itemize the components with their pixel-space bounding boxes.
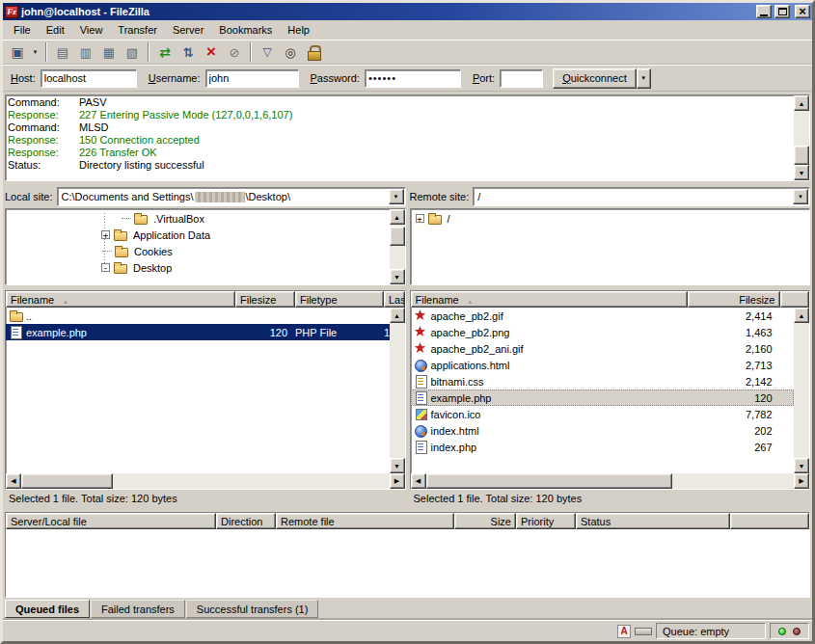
column-header-filename[interactable]: Filename	[411, 291, 688, 308]
remote-site-combobox[interactable]: /	[473, 187, 810, 206]
username-input[interactable]	[205, 69, 299, 88]
table-row[interactable]: favicon.ico 7,782	[411, 406, 795, 422]
scroll-up-icon[interactable]	[794, 308, 809, 323]
process-queue-button[interactable]	[177, 41, 200, 63]
remote-list-scrollbar[interactable]	[794, 308, 809, 473]
quickconnect-button[interactable]: Quickconnect	[553, 68, 637, 89]
menu-view[interactable]: View	[72, 22, 111, 38]
scrollbar-thumb[interactable]	[390, 227, 405, 246]
host-input[interactable]	[41, 69, 137, 88]
tree-item[interactable]: -Desktop	[7, 259, 389, 276]
combo-arrow-icon[interactable]	[389, 189, 404, 204]
quickconnect-dropdown[interactable]	[637, 68, 651, 89]
remote-list-hscrollbar[interactable]	[411, 473, 810, 489]
local-list-hscrollbar[interactable]	[6, 473, 405, 489]
column-header-filesize[interactable]: Filesize	[235, 291, 295, 308]
scrollbar-track[interactable]	[390, 225, 405, 269]
local-tree-scrollbar[interactable]	[390, 209, 405, 284]
menu-bookmarks[interactable]: Bookmarks	[211, 22, 280, 38]
scroll-down-icon[interactable]	[390, 458, 405, 473]
column-header-status[interactable]: Status	[576, 513, 730, 529]
table-row[interactable]: apache_pb2.gif 2,414	[411, 308, 795, 324]
column-header-filesize[interactable]: Filesize	[688, 291, 780, 308]
scroll-right-icon[interactable]	[390, 473, 405, 489]
menu-file[interactable]: File	[6, 22, 39, 38]
scroll-down-icon[interactable]	[794, 165, 809, 180]
scrollbar-track[interactable]	[426, 473, 795, 489]
tree-item[interactable]: .VirtualBox	[7, 210, 389, 227]
scroll-up-icon[interactable]	[390, 209, 405, 225]
scrollbar-thumb[interactable]	[794, 146, 809, 165]
menu-transfer[interactable]: Transfer	[110, 22, 165, 38]
image-file-icon	[414, 309, 428, 322]
keypad-icon[interactable]	[635, 625, 652, 638]
site-manager-dropdown[interactable]	[29, 41, 41, 63]
refresh-button[interactable]	[153, 41, 177, 63]
scrollbar-track[interactable]	[794, 323, 809, 458]
scroll-down-icon[interactable]	[794, 458, 809, 473]
column-header-filename[interactable]: Filename	[6, 291, 235, 308]
menu-help[interactable]: Help	[280, 22, 317, 38]
scrollbar-track[interactable]	[390, 323, 405, 458]
tree-item[interactable]: Cookies	[7, 243, 389, 259]
table-row[interactable]: example.php 120	[411, 389, 795, 406]
close-button[interactable]	[795, 5, 810, 18]
scroll-down-icon[interactable]	[390, 269, 405, 284]
menu-edit[interactable]: Edit	[39, 22, 72, 38]
local-site-combobox[interactable]: C:\Documents and Settings\\Desktop\	[57, 187, 406, 206]
scroll-left-icon[interactable]	[411, 473, 426, 489]
password-input[interactable]	[365, 69, 461, 88]
table-row[interactable]: example.php 120 PHP File 1	[6, 324, 390, 340]
column-header-filetype[interactable]: Filetype	[295, 291, 384, 308]
tab-successful-transfers[interactable]: Successful transfers (1)	[186, 600, 319, 618]
tree-expander[interactable]: -	[101, 263, 110, 272]
tab-failed-transfers[interactable]: Failed transfers	[91, 600, 185, 618]
table-row[interactable]: index.html 202	[411, 422, 795, 439]
column-header-priority[interactable]: Priority	[516, 513, 576, 529]
scroll-up-icon[interactable]	[390, 308, 405, 323]
scroll-right-icon[interactable]	[794, 473, 809, 489]
tree-item[interactable]: +/	[412, 210, 809, 227]
message-log-toggle-button[interactable]	[51, 41, 74, 63]
disconnect-button[interactable]	[223, 41, 246, 63]
table-row[interactable]: applications.html 2,713	[411, 357, 795, 373]
local-tree-toggle-button[interactable]	[74, 41, 97, 63]
site-manager-button[interactable]	[6, 41, 29, 63]
lock-button[interactable]	[302, 41, 325, 63]
filter-button[interactable]	[256, 41, 279, 63]
table-row[interactable]: ..	[6, 308, 390, 324]
file-search-button[interactable]	[279, 41, 302, 63]
table-row[interactable]: apache_pb2.png 1,463	[411, 324, 795, 340]
tab-queued-files[interactable]: Queued files	[5, 600, 90, 618]
local-list-scrollbar[interactable]	[390, 308, 405, 473]
ascii-indicator-icon[interactable]	[617, 625, 631, 638]
remote-tree-toggle-button[interactable]	[97, 41, 121, 63]
table-row[interactable]: apache_pb2_ani.gif 2,160	[411, 340, 795, 357]
scrollbar-thumb[interactable]	[426, 473, 672, 489]
scrollbar-thumb[interactable]	[21, 473, 113, 489]
tree-expander[interactable]: +	[101, 230, 110, 239]
tree-expander[interactable]: +	[416, 214, 424, 223]
table-row[interactable]: index.php 267	[411, 439, 795, 455]
cancel-button[interactable]	[200, 41, 223, 63]
scrollbar-track[interactable]	[794, 111, 809, 165]
table-row[interactable]: bitnami.css 2,142	[411, 373, 795, 389]
maximize-button[interactable]	[774, 5, 790, 18]
combo-arrow-icon[interactable]	[793, 189, 808, 204]
titlebar[interactable]: john@localhost - FileZilla	[3, 3, 812, 20]
log-scrollbar[interactable]	[794, 95, 809, 180]
queue-toggle-button[interactable]	[121, 41, 144, 63]
column-header-server-local-file[interactable]: Server/Local file	[6, 513, 216, 529]
scrollbar-track[interactable]	[21, 473, 390, 489]
scroll-up-icon[interactable]	[794, 95, 809, 111]
tree-item[interactable]: +Application Data	[7, 227, 389, 243]
menu-server[interactable]: Server	[165, 22, 211, 38]
column-header-last-modified[interactable]: Last modified	[384, 291, 405, 308]
port-input[interactable]	[500, 69, 543, 88]
maximize-icon	[778, 8, 787, 15]
minimize-button[interactable]	[756, 5, 772, 18]
column-header-remote-file[interactable]: Remote file	[276, 513, 454, 529]
scroll-left-icon[interactable]	[6, 473, 21, 489]
column-header-size[interactable]: Size	[454, 513, 516, 529]
column-header-direction[interactable]: Direction	[216, 513, 276, 529]
